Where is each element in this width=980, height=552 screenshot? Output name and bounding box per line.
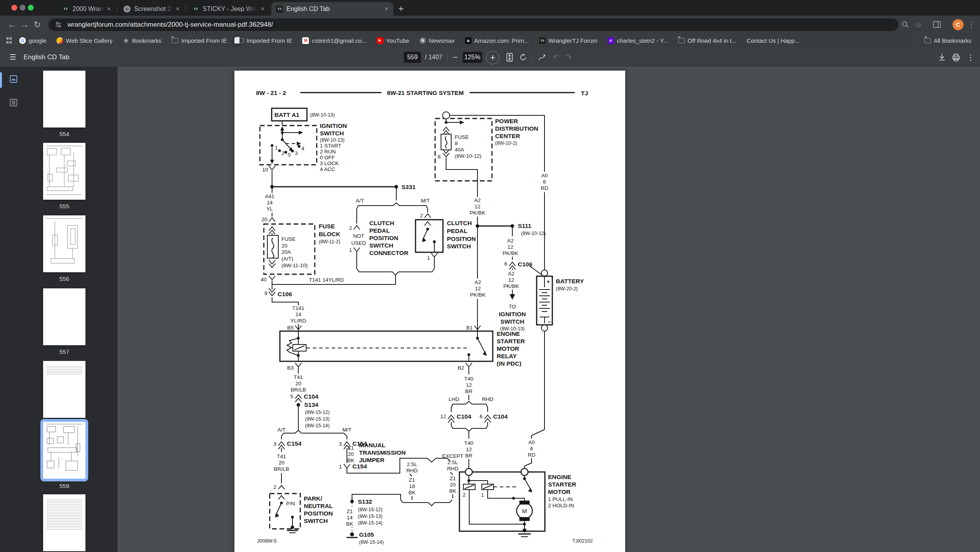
annotate-pen-icon[interactable] [538, 47, 546, 67]
bookmark-gmail[interactable]: Mcstein51@gmail.co... [302, 37, 366, 44]
svg-text:2.5L: 2.5L [448, 459, 458, 465]
zoom-in-button[interactable]: + [486, 51, 499, 64]
pdf-content: 554 555 556 557 [0, 67, 980, 552]
tj-forum-favicon: TJ [62, 5, 69, 13]
svg-text:T141: T141 [292, 305, 305, 311]
gmail-icon: M [302, 37, 309, 44]
svg-text:12: 12 [466, 446, 472, 452]
svg-text:STARTER: STARTER [497, 338, 525, 344]
zoom-icon[interactable] [902, 16, 909, 33]
reload-icon[interactable]: ↻ [34, 16, 41, 33]
svg-text:M: M [522, 508, 527, 514]
svg-text:SWITCH: SWITCH [320, 130, 344, 137]
avatar[interactable]: C [953, 16, 964, 33]
site-info-icon[interactable] [55, 21, 62, 28]
sidebar-menu-icon[interactable]: ☰ [9, 47, 16, 67]
svg-text:RD: RD [528, 452, 535, 458]
svg-text:PARK/: PARK/ [304, 495, 323, 502]
svg-text:6: 6 [504, 261, 507, 267]
svg-text:(8W-15-14): (8W-15-14) [358, 520, 383, 526]
svg-text:A/T: A/T [356, 198, 364, 204]
zoom-level-input[interactable]: 125% [463, 52, 482, 63]
thumbnail-559-selected[interactable] [43, 422, 85, 479]
svg-text:4: 4 [301, 146, 305, 151]
thumbnail-556[interactable] [43, 215, 85, 272]
window-close-button[interactable] [11, 5, 17, 11]
download-icon[interactable] [938, 47, 946, 67]
svg-text:FUSE: FUSE [455, 134, 469, 140]
close-tab-icon[interactable]: × [174, 5, 181, 13]
svg-text:ENGINE: ENGINE [548, 474, 571, 480]
thumbnail-560[interactable] [43, 494, 85, 551]
all-bookmarks[interactable]: All Bookmarks [924, 37, 971, 44]
thumbnail-558[interactable] [43, 361, 85, 418]
svg-text:ENGINE: ENGINE [497, 330, 520, 337]
back-icon[interactable]: ← [8, 16, 16, 33]
print-icon[interactable] [952, 47, 960, 67]
s134-branch: T41 20 BR/LB 5 C104 S134 (8W-15-12) (8W-… [277, 367, 351, 436]
bookmark-google[interactable]: Ggoogle [19, 37, 46, 44]
svg-text:PK/BK: PK/BK [503, 250, 518, 256]
new-tab-button[interactable]: + [398, 3, 404, 14]
svg-text:Z1: Z1 [347, 508, 353, 514]
svg-text:A41: A41 [265, 193, 274, 199]
bookmark-amazon[interactable]: aAmazon.com: Prim... [465, 37, 529, 44]
window-minimize-button[interactable] [20, 5, 25, 11]
bookmark-bookmarks[interactable]: ★Bookmarks [123, 37, 162, 44]
bookmark-imported-ie-2[interactable]: Imported From IE [237, 37, 292, 44]
star-icon: ★ [123, 37, 129, 44]
bookmark-yahoo[interactable]: y!charles_stein2 - Y... [608, 37, 668, 44]
tab-1[interactable]: TJ 2000 Wrangler 4.0 no crank × [57, 2, 116, 16]
tab-3[interactable]: TJ STICKY - Jeep Wrangler TJ Forum × [187, 2, 270, 16]
rotate-icon[interactable] [519, 47, 528, 67]
zoom-out-icon[interactable]: − [453, 47, 458, 67]
bookmark-youtube[interactable]: YouTube [377, 37, 409, 44]
bookmark-newsmax[interactable]: NNewsmax [419, 37, 455, 44]
svg-text:2.5L: 2.5L [407, 461, 417, 467]
power-distribution-center: FUSE 8 40A (8W-10-12) 8 POWER DISTRIBUTI… [435, 112, 538, 181]
undo-icon[interactable]: ↶ [553, 47, 559, 67]
side-panel-icon[interactable] [933, 16, 941, 33]
bookmark-star-icon[interactable]: ☆ [915, 16, 922, 33]
tj-forum-favicon: TJ [276, 5, 283, 13]
close-tab-icon[interactable]: × [383, 5, 390, 13]
svg-text:FUSE: FUSE [319, 223, 335, 230]
svg-text:8W-21 STARTING SYSTEM: 8W-21 STARTING SYSTEM [387, 89, 464, 96]
tab-2[interactable]: ◍ Screenshot 2025-08-26 at 4 × [119, 2, 185, 16]
pdf-menu-icon[interactable]: ⋮ [967, 47, 975, 67]
outline-view-icon[interactable] [10, 99, 17, 108]
apps-grid-icon[interactable] [5, 37, 12, 44]
browser-menu-icon[interactable]: ⋮ [967, 16, 975, 33]
window-zoom-button[interactable] [28, 5, 34, 11]
toolbar-divider [532, 53, 532, 62]
close-tab-icon[interactable]: × [260, 5, 266, 13]
bookmark-web-slice-gallery[interactable]: Web Slice Gallery [56, 37, 113, 44]
document-page[interactable]: 8W - 21 - 2 8W-21 STARTING SYSTEM TJ BAT… [234, 71, 625, 552]
redo-icon[interactable]: ↷ [565, 47, 572, 67]
thumbnail-555[interactable] [43, 143, 85, 200]
svg-text:(A/T): (A/T) [281, 256, 293, 262]
tab-4-active[interactable]: TJ English CD Tab × [271, 2, 394, 16]
svg-text:FUSE: FUSE [281, 236, 296, 242]
svg-text:A2: A2 [508, 271, 515, 277]
bookmark-imported-ie-1[interactable]: Imported From IE [172, 37, 227, 44]
page-number-input[interactable]: 559 [404, 52, 421, 63]
svg-text:NEUTRAL: NEUTRAL [304, 503, 333, 509]
page-total: / 1407 [425, 47, 442, 67]
svg-text:14: 14 [267, 200, 273, 206]
fit-page-icon[interactable] [506, 47, 514, 67]
close-tab-icon[interactable]: × [106, 5, 112, 13]
svg-text:T40: T40 [464, 376, 473, 382]
thumbnail-557[interactable] [43, 288, 85, 345]
bookmark-wranglertj-forum[interactable]: TJWranglerTJ Forum [539, 37, 597, 44]
svg-text:TRANSMISSION: TRANSMISSION [359, 449, 406, 456]
bookmark-contact-us[interactable]: Contact Us | Happ... [747, 37, 800, 44]
svg-text:SWITCH: SWITCH [500, 318, 524, 325]
svg-text:8W - 21 - 2: 8W - 21 - 2 [256, 89, 286, 96]
thumbnail-554[interactable] [43, 71, 85, 128]
thumbnail-view-icon[interactable] [10, 75, 17, 84]
svg-text:BR/LB: BR/LB [290, 387, 306, 393]
bookmark-offroad-folder[interactable]: Off Road 4x4 in t... [678, 37, 737, 44]
omnibox[interactable]: wranglertjforum.com/attachments/2000-tj-… [49, 18, 898, 31]
forward-icon[interactable]: → [20, 16, 29, 33]
